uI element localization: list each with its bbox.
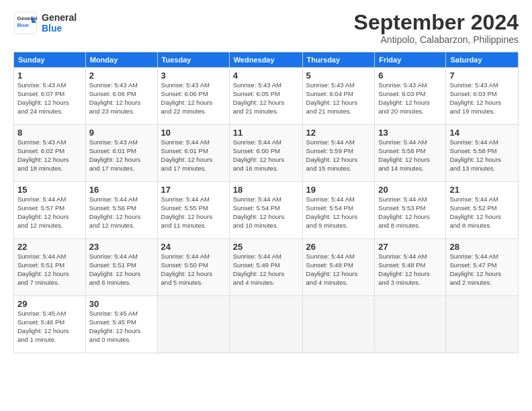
logo-icon: General Blue (13, 11, 38, 35)
table-row (302, 296, 375, 353)
table-row: 12Sunrise: 5:44 AMSunset: 5:59 PMDayligh… (302, 125, 375, 182)
day-number: 26 (306, 242, 371, 252)
day-number: 7 (449, 71, 515, 81)
table-row (446, 296, 519, 353)
col-thursday: Thursday (302, 52, 375, 68)
table-row: 16Sunrise: 5:44 AMSunset: 5:56 PMDayligh… (85, 182, 157, 239)
table-row (157, 296, 229, 353)
day-number: 1 (17, 71, 82, 81)
day-info: Sunrise: 5:44 AMSunset: 5:55 PMDaylight:… (161, 195, 213, 228)
day-info: Sunrise: 5:43 AMSunset: 6:06 PMDaylight:… (161, 81, 213, 114)
day-info: Sunrise: 5:43 AMSunset: 6:07 PMDaylight:… (17, 81, 69, 114)
table-row: 17Sunrise: 5:44 AMSunset: 5:55 PMDayligh… (157, 182, 229, 239)
day-number: 11 (233, 128, 299, 138)
day-info: Sunrise: 5:44 AMSunset: 5:49 PMDaylight:… (233, 253, 285, 285)
day-info: Sunrise: 5:43 AMSunset: 6:03 PMDaylight:… (449, 81, 501, 114)
table-row: 11Sunrise: 5:44 AMSunset: 6:00 PMDayligh… (229, 125, 302, 182)
table-row: 9Sunrise: 5:43 AMSunset: 6:01 PMDaylight… (85, 125, 157, 182)
day-number: 30 (89, 299, 154, 309)
table-row: 22Sunrise: 5:44 AMSunset: 5:51 PMDayligh… (14, 239, 86, 296)
day-info: Sunrise: 5:44 AMSunset: 5:51 PMDaylight:… (89, 253, 141, 285)
table-row: 13Sunrise: 5:44 AMSunset: 5:58 PMDayligh… (375, 125, 446, 182)
col-wednesday: Wednesday (229, 52, 302, 68)
day-info: Sunrise: 5:44 AMSunset: 5:52 PMDaylight:… (449, 195, 501, 228)
logo-general: General (42, 12, 77, 23)
day-info: Sunrise: 5:43 AMSunset: 6:02 PMDaylight:… (17, 138, 69, 171)
day-info: Sunrise: 5:43 AMSunset: 6:01 PMDaylight:… (89, 138, 141, 171)
col-monday: Monday (85, 52, 157, 68)
day-number: 27 (378, 242, 442, 252)
day-number: 6 (378, 71, 442, 81)
day-info: Sunrise: 5:43 AMSunset: 6:04 PMDaylight:… (306, 81, 358, 114)
table-row: 15Sunrise: 5:44 AMSunset: 5:57 PMDayligh… (14, 182, 86, 239)
table-row: 25Sunrise: 5:44 AMSunset: 5:49 PMDayligh… (229, 239, 302, 296)
logo: General Blue General Blue (13, 11, 77, 35)
day-info: Sunrise: 5:44 AMSunset: 5:50 PMDaylight:… (161, 253, 213, 285)
day-number: 29 (17, 299, 82, 309)
day-number: 5 (306, 71, 371, 81)
day-info: Sunrise: 5:43 AMSunset: 6:05 PMDaylight:… (233, 81, 285, 114)
day-number: 19 (306, 185, 371, 195)
day-info: Sunrise: 5:45 AMSunset: 5:46 PMDaylight:… (17, 310, 69, 342)
table-row: 3Sunrise: 5:43 AMSunset: 6:06 PMDaylight… (157, 68, 229, 125)
day-number: 20 (378, 185, 442, 195)
day-number: 18 (233, 185, 299, 195)
table-row: 4Sunrise: 5:43 AMSunset: 6:05 PMDaylight… (229, 68, 302, 125)
day-info: Sunrise: 5:44 AMSunset: 5:58 PMDaylight:… (449, 138, 501, 171)
day-info: Sunrise: 5:44 AMSunset: 5:56 PMDaylight:… (89, 195, 141, 228)
day-info: Sunrise: 5:44 AMSunset: 5:53 PMDaylight:… (378, 195, 430, 228)
col-tuesday: Tuesday (157, 52, 229, 68)
table-row: 29Sunrise: 5:45 AMSunset: 5:46 PMDayligh… (14, 296, 86, 353)
day-info: Sunrise: 5:44 AMSunset: 5:57 PMDaylight:… (17, 195, 69, 228)
day-info: Sunrise: 5:45 AMSunset: 5:45 PMDaylight:… (89, 310, 141, 342)
table-row: 7Sunrise: 5:43 AMSunset: 6:03 PMDaylight… (446, 68, 519, 125)
day-number: 22 (17, 242, 82, 252)
table-row: 8Sunrise: 5:43 AMSunset: 6:02 PMDaylight… (14, 125, 86, 182)
day-info: Sunrise: 5:43 AMSunset: 6:03 PMDaylight:… (378, 81, 430, 114)
day-number: 8 (17, 128, 82, 138)
day-info: Sunrise: 5:43 AMSunset: 6:06 PMDaylight:… (89, 81, 141, 114)
table-row: 23Sunrise: 5:44 AMSunset: 5:51 PMDayligh… (85, 239, 157, 296)
table-row: 14Sunrise: 5:44 AMSunset: 5:58 PMDayligh… (446, 125, 519, 182)
day-number: 2 (89, 71, 154, 81)
day-info: Sunrise: 5:44 AMSunset: 5:59 PMDaylight:… (306, 138, 358, 171)
table-row (375, 296, 446, 353)
header: General Blue General Blue September 2024… (13, 11, 519, 45)
table-row: 30Sunrise: 5:45 AMSunset: 5:45 PMDayligh… (85, 296, 157, 353)
page: General Blue General Blue September 2024… (0, 0, 532, 411)
table-row: 5Sunrise: 5:43 AMSunset: 6:04 PMDaylight… (302, 68, 375, 125)
day-number: 15 (17, 185, 82, 195)
day-info: Sunrise: 5:44 AMSunset: 5:54 PMDaylight:… (306, 195, 358, 228)
day-number: 12 (306, 128, 371, 138)
day-number: 13 (378, 128, 442, 138)
title-block: September 2024 Antipolo, Calabarzon, Phi… (354, 11, 519, 45)
table-row: 2Sunrise: 5:43 AMSunset: 6:06 PMDaylight… (85, 68, 157, 125)
col-sunday: Sunday (14, 52, 86, 68)
calendar-header-row: Sunday Monday Tuesday Wednesday Thursday… (14, 52, 519, 68)
table-row: 28Sunrise: 5:44 AMSunset: 5:47 PMDayligh… (446, 239, 519, 296)
calendar: Sunday Monday Tuesday Wednesday Thursday… (13, 52, 519, 353)
table-row: 24Sunrise: 5:44 AMSunset: 5:50 PMDayligh… (157, 239, 229, 296)
day-number: 9 (89, 128, 154, 138)
day-number: 4 (233, 71, 299, 81)
day-number: 28 (449, 242, 515, 252)
day-number: 14 (449, 128, 515, 138)
table-row: 6Sunrise: 5:43 AMSunset: 6:03 PMDaylight… (375, 68, 446, 125)
day-info: Sunrise: 5:44 AMSunset: 5:51 PMDaylight:… (17, 253, 69, 285)
day-info: Sunrise: 5:44 AMSunset: 5:48 PMDaylight:… (306, 253, 358, 285)
logo-blue: Blue (42, 23, 77, 34)
table-row: 1Sunrise: 5:43 AMSunset: 6:07 PMDaylight… (14, 68, 86, 125)
table-row: 26Sunrise: 5:44 AMSunset: 5:48 PMDayligh… (302, 239, 375, 296)
col-friday: Friday (375, 52, 446, 68)
day-info: Sunrise: 5:44 AMSunset: 6:00 PMDaylight:… (233, 138, 285, 171)
day-info: Sunrise: 5:44 AMSunset: 5:47 PMDaylight:… (449, 253, 501, 285)
table-row: 10Sunrise: 5:44 AMSunset: 6:01 PMDayligh… (157, 125, 229, 182)
day-info: Sunrise: 5:44 AMSunset: 6:01 PMDaylight:… (161, 138, 213, 171)
day-number: 17 (161, 185, 226, 195)
day-number: 25 (233, 242, 299, 252)
day-number: 3 (161, 71, 226, 81)
day-number: 10 (161, 128, 226, 138)
table-row: 21Sunrise: 5:44 AMSunset: 5:52 PMDayligh… (446, 182, 519, 239)
day-number: 24 (161, 242, 226, 252)
table-row: 18Sunrise: 5:44 AMSunset: 5:54 PMDayligh… (229, 182, 302, 239)
